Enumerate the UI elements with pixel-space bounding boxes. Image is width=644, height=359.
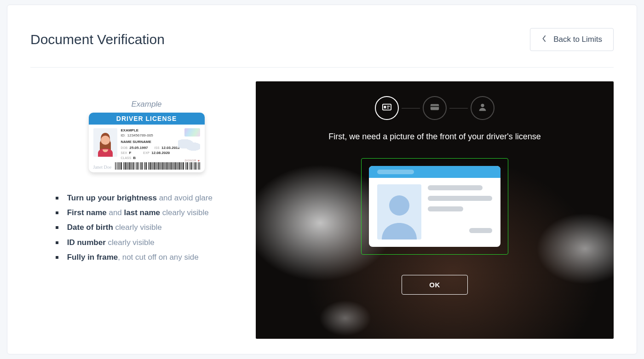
guideline-strong: ID number — [67, 238, 106, 247]
id-label: ID: — [121, 133, 126, 138]
guideline-strong: Turn up your brightness — [67, 194, 157, 202]
capture-instruction: First, we need a picture of the front of… — [256, 132, 614, 142]
dob-label: DOB — [121, 146, 128, 150]
svg-point-8 — [481, 104, 484, 107]
guidelines-column: Example DRIVER LICENSE DONOR ♥ — [30, 81, 237, 339]
list-item: Fully in frame, not cut off on any side — [56, 250, 237, 265]
person-icon — [477, 102, 488, 114]
hologram-icon — [184, 128, 200, 137]
sex-label: SEX — [121, 151, 127, 155]
ok-button[interactable]: OK — [402, 275, 468, 295]
svg-rect-3 — [384, 106, 386, 108]
guideline-text: and avoid glare — [157, 194, 213, 202]
capture-column: First, we need a picture of the front of… — [256, 81, 614, 339]
class-label: CLASS — [121, 156, 132, 160]
step-connector — [402, 108, 420, 108]
list-item: ID number clearly visible — [56, 235, 237, 250]
page-title: Document Verification — [30, 32, 165, 47]
barcode-icon — [115, 162, 200, 170]
worldmap-icon — [178, 138, 200, 152]
example-caption: Example — [87, 100, 207, 109]
sex-value: F — [129, 151, 131, 156]
guideline-strong: First name — [67, 208, 107, 217]
chevron-left-icon — [541, 35, 547, 44]
class-value: B — [133, 156, 136, 161]
id-card-placeholder-header — [369, 166, 500, 178]
example-license-photo — [93, 128, 117, 157]
header-row: Document Verification Back to Limits — [30, 28, 614, 68]
step-id-front — [375, 96, 399, 120]
svg-rect-4 — [387, 106, 390, 107]
exp-value: 12.08.2020 — [151, 151, 170, 156]
verification-card: Document Verification Back to Limits Exa… — [7, 5, 637, 354]
id-card-back-icon — [430, 102, 440, 114]
svg-point-10 — [389, 195, 409, 216]
example-license-title: DRIVER LICENSE — [89, 113, 205, 125]
exp-label: EXP — [143, 151, 150, 155]
guideline-text: clearly visible — [160, 208, 209, 217]
donor-label: DONOR — [185, 159, 196, 162]
guideline-strong: last name — [124, 208, 160, 217]
step-id-back — [423, 96, 447, 120]
id-card-placeholder — [369, 166, 500, 247]
svg-point-1 — [101, 136, 110, 145]
capture-target-frame — [361, 158, 508, 255]
heart-icon: ♥ — [198, 159, 200, 162]
id-card-placeholder-photo — [377, 184, 421, 239]
guideline-text: , not cut off on any side — [118, 253, 198, 262]
content-row: Example DRIVER LICENSE DONOR ♥ — [30, 81, 614, 339]
guideline-strong: Fully in frame — [67, 253, 118, 262]
back-button-label: Back to Limits — [553, 35, 602, 44]
svg-rect-5 — [387, 108, 389, 108]
camera-capture-panel: First, we need a picture of the front of… — [256, 81, 614, 339]
guideline-strong: Date of birth — [67, 223, 113, 232]
iss-value: 12.03.2012 — [161, 146, 180, 151]
iss-label: ISS — [155, 146, 160, 150]
donor-badge: DONOR ♥ — [185, 159, 200, 162]
example-license-card: DRIVER LICENSE DONOR ♥ — [89, 113, 205, 172]
signature: Janet Doe — [93, 165, 112, 170]
svg-rect-7 — [431, 106, 439, 107]
guideline-text: clearly visible — [106, 238, 155, 247]
step-connector — [449, 108, 468, 108]
id-value: 123456789-005 — [127, 133, 153, 138]
svg-rect-2 — [383, 104, 391, 110]
step-selfie — [471, 96, 494, 120]
back-to-limits-button[interactable]: Back to Limits — [530, 28, 614, 51]
list-item: Date of birth clearly visible — [56, 220, 237, 235]
guideline-text: and — [107, 208, 124, 217]
list-item: Turn up your brightness and avoid glare — [56, 191, 237, 205]
example-license-body: DONOR ♥ — [89, 125, 205, 172]
id-card-placeholder-lines — [428, 184, 492, 239]
list-item: First name and last name clearly visible — [56, 205, 237, 220]
id-card-front-icon — [382, 102, 392, 114]
guideline-text: clearly visible — [113, 223, 162, 232]
step-indicator — [256, 81, 614, 120]
guidelines-list: Turn up your brightness and avoid glare … — [56, 191, 237, 265]
dob-value: 25.05.1997 — [130, 146, 148, 151]
